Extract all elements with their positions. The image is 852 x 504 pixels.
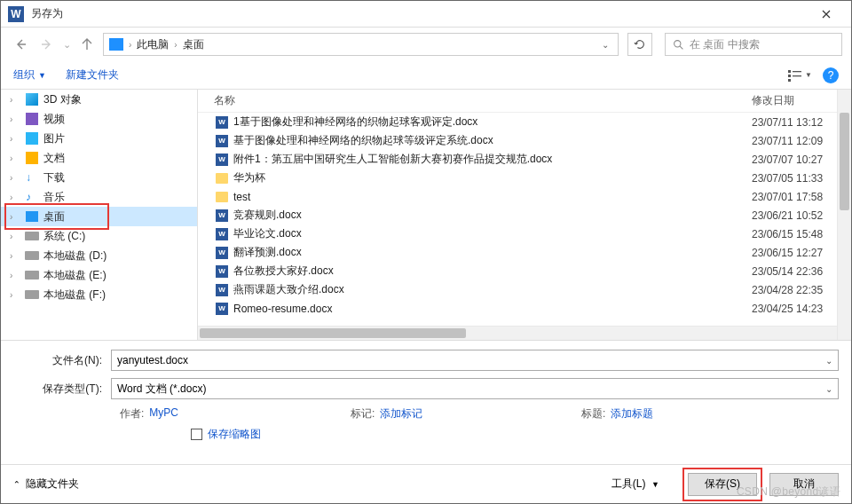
- cube3d-icon: [24, 92, 40, 106]
- forward-button[interactable]: [36, 34, 58, 55]
- word-doc-icon: W: [216, 154, 228, 166]
- scrollbar-thumb[interactable]: [200, 328, 466, 338]
- crumb-current[interactable]: 桌面: [183, 37, 204, 52]
- expand-arrow-icon[interactable]: ›: [10, 212, 20, 222]
- new-folder-button[interactable]: 新建文件夹: [66, 67, 119, 83]
- file-row[interactable]: W各位教授大家好.docx23/05/14 22:36: [198, 262, 851, 280]
- folder-tree[interactable]: ›3D 对象›视频›图片›文档›下载›音乐›桌面›系统 (C:)›本地磁盘 (D…: [1, 90, 198, 340]
- save-highlight-box: 保存(S): [682, 468, 762, 501]
- save-form: 文件名(N): yanyutest.docx ⌄ 保存类型(T): Word 文…: [1, 341, 851, 443]
- tree-item-picic[interactable]: ›图片: [1, 129, 197, 148]
- tree-item-diskic[interactable]: ›系统 (C:): [1, 226, 197, 246]
- tree-item-label: 本地磁盘 (D:): [43, 248, 106, 264]
- deskic-icon: [24, 209, 40, 224]
- file-name: 基于图像处理和神经网络的织物起球等级评定系统.docx: [233, 133, 752, 148]
- tree-item-deskic[interactable]: ›桌面: [1, 207, 197, 226]
- file-row[interactable]: W竞赛规则.docx23/06/21 10:52: [198, 206, 851, 224]
- address-bar[interactable]: › 此电脑 › 桌面 ⌄: [103, 33, 619, 56]
- tree-item-diskic[interactable]: ›本地磁盘 (F:): [1, 285, 197, 304]
- tree-item-docic[interactable]: ›文档: [1, 148, 197, 168]
- refresh-button[interactable]: [627, 33, 652, 56]
- file-name: 毕业论文.docx: [233, 226, 752, 241]
- tree-item-dlic[interactable]: ›下载: [1, 168, 197, 187]
- title-label: 标题:: [581, 406, 605, 421]
- filetype-label: 保存类型(T):: [13, 382, 111, 397]
- tree-item-diskic[interactable]: ›本地磁盘 (D:): [1, 246, 197, 265]
- expand-arrow-icon[interactable]: ›: [10, 271, 20, 280]
- main-area: ›3D 对象›视频›图片›文档›下载›音乐›桌面›系统 (C:)›本地磁盘 (D…: [1, 90, 851, 340]
- dialog-title: 另存为: [31, 6, 809, 21]
- address-dropdown[interactable]: ⌄: [598, 40, 612, 50]
- back-button[interactable]: [10, 34, 31, 55]
- arrow-up-icon: [80, 37, 94, 51]
- expand-arrow-icon[interactable]: ›: [10, 173, 20, 183]
- tree-item-label: 本地磁盘 (E:): [43, 268, 106, 283]
- view-options[interactable]: ▼: [787, 66, 812, 85]
- tools-menu[interactable]: 工具(L) ▼: [611, 476, 659, 492]
- chevron-down-icon[interactable]: ⌄: [825, 356, 832, 366]
- filename-input[interactable]: yanyutest.docx ⌄: [111, 350, 839, 371]
- file-name: Romeo-resume.docx: [233, 303, 752, 315]
- cancel-button[interactable]: 取消: [769, 473, 839, 496]
- svg-rect-1: [788, 70, 791, 73]
- filetype-select[interactable]: Word 文档 (*.docx) ⌄: [111, 378, 839, 399]
- up-button[interactable]: [76, 34, 98, 55]
- expand-arrow-icon[interactable]: ›: [10, 95, 20, 105]
- horizontal-scrollbar[interactable]: [198, 326, 837, 340]
- expand-arrow-icon[interactable]: ›: [10, 154, 20, 163]
- tree-item-music[interactable]: ›音乐: [1, 187, 197, 207]
- save-thumbnail-checkbox[interactable]: 保存缩略图: [191, 427, 261, 442]
- word-doc-icon: W: [216, 116, 228, 129]
- file-row[interactable]: W毕业论文.docx23/06/15 15:48: [198, 224, 851, 243]
- save-button[interactable]: 保存(S): [688, 473, 757, 496]
- file-row[interactable]: W翻译预测.docx23/06/15 12:27: [198, 243, 851, 262]
- file-row[interactable]: W附件1：第五届中国研究生人工智能创新大赛初赛作品提交规范.docx23/07/…: [198, 150, 851, 169]
- file-name: 1基于图像处理和神经网络的织物起球客观评定.docx: [233, 114, 752, 130]
- help-button[interactable]: ?: [823, 67, 839, 83]
- file-row[interactable]: WRomeo-resume.docx23/04/25 14:23: [198, 299, 851, 318]
- title-bar: W 另存为: [1, 1, 851, 28]
- expand-arrow-icon[interactable]: ›: [10, 193, 20, 202]
- title-value[interactable]: 添加标题: [611, 406, 653, 421]
- recent-dropdown[interactable]: ⌄: [63, 39, 71, 51]
- expand-arrow-icon[interactable]: ›: [10, 232, 20, 241]
- tag-label: 标记:: [351, 406, 375, 421]
- vertical-scrollbar[interactable]: [837, 90, 851, 340]
- organize-menu[interactable]: 组织▼: [13, 67, 46, 83]
- file-row[interactable]: 华为杯23/07/05 11:33: [198, 169, 851, 187]
- file-row[interactable]: test23/07/01 17:58: [198, 187, 851, 206]
- file-row[interactable]: W基于图像处理和神经网络的织物起球等级评定系统.docx23/07/11 12:…: [198, 131, 851, 150]
- file-list[interactable]: 名称 修改日期 W1基于图像处理和神经网络的织物起球客观评定.docx23/07…: [198, 90, 851, 340]
- search-input[interactable]: 在 桌面 中搜索: [665, 33, 842, 56]
- file-name: 翻译预测.docx: [233, 245, 752, 260]
- diskic-icon: [24, 248, 40, 263]
- file-list-header[interactable]: 名称 修改日期: [198, 90, 851, 113]
- save-as-dialog: W 另存为 ⌄ › 此电脑 › 桌面 ⌄ 在 桌面 中搜索: [0, 0, 852, 504]
- tree-item-diskic[interactable]: ›本地磁盘 (E:): [1, 265, 197, 285]
- tag-value[interactable]: 添加标记: [380, 406, 422, 421]
- tree-item-vidic[interactable]: ›视频: [1, 109, 197, 129]
- expand-arrow-icon[interactable]: ›: [10, 114, 20, 124]
- column-name[interactable]: 名称: [214, 93, 752, 108]
- scrollbar-thumb[interactable]: [840, 113, 849, 210]
- svg-rect-4: [793, 75, 801, 76]
- tree-item-cube3d[interactable]: ›3D 对象: [1, 90, 197, 109]
- crumb-root[interactable]: 此电脑: [137, 37, 169, 52]
- chevron-down-icon[interactable]: ⌄: [825, 384, 832, 394]
- hide-folders-toggle[interactable]: ⌄ 隐藏文件夹: [13, 476, 79, 492]
- expand-arrow-icon[interactable]: ›: [10, 134, 20, 144]
- author-value[interactable]: MyPC: [149, 406, 178, 421]
- tree-item-label: 本地磁盘 (F:): [43, 287, 106, 303]
- dialog-footer: ⌄ 隐藏文件夹 工具(L) ▼ 保存(S) 取消: [1, 464, 851, 503]
- word-doc-icon: W: [216, 209, 228, 222]
- word-app-icon: W: [8, 6, 24, 22]
- word-doc-icon: W: [216, 284, 228, 296]
- expand-arrow-icon[interactable]: ›: [10, 251, 20, 261]
- expand-arrow-icon[interactable]: ›: [10, 290, 20, 300]
- file-row[interactable]: W燕雨课题大致介绍.docx23/04/28 22:35: [198, 280, 851, 299]
- file-name: test: [233, 191, 752, 203]
- file-row[interactable]: W1基于图像处理和神经网络的织物起球客观评定.docx23/07/11 13:1…: [198, 113, 851, 131]
- close-button[interactable]: [809, 2, 844, 27]
- picic-icon: [24, 131, 40, 146]
- svg-rect-2: [793, 71, 801, 72]
